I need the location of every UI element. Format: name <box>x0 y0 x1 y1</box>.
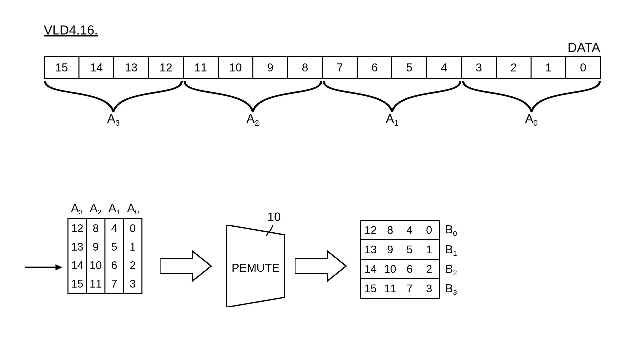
group-label: A2 <box>183 112 322 128</box>
flow: A3 A2 A1 A0 12 13 14 15 8 9 10 11 <box>25 201 525 314</box>
ma-cell: 4 <box>106 219 123 238</box>
matrix-b-cells: 13 9 5 1 <box>360 240 440 260</box>
matrix-a-header: A0 <box>124 201 142 218</box>
ma-cell: 6 <box>106 256 123 274</box>
strip-cell: 12 <box>149 57 184 78</box>
lead-arrow-icon <box>25 262 62 272</box>
data-strip-wrap: 15 14 13 12 11 10 9 8 7 6 5 4 3 2 1 0 A3… <box>44 56 601 113</box>
strip-cell: 3 <box>462 57 497 78</box>
matrix-b-row: 13 9 5 1 B1 <box>360 240 465 260</box>
ma-cell: 8 <box>87 219 104 238</box>
matrix-a-headers: A3 A2 A1 A0 <box>68 201 142 218</box>
matrix-a: A3 A2 A1 A0 12 13 14 15 8 9 10 11 <box>68 201 142 294</box>
strip-cell: 2 <box>497 57 532 78</box>
brace: A3 <box>44 80 183 113</box>
brace-row: A3 A2 A1 A0 <box>44 80 601 113</box>
strip-cell: 14 <box>80 57 114 78</box>
mb-cell: 3 <box>419 279 439 298</box>
strip-cell: 5 <box>392 57 427 78</box>
matrix-b-row: 15 11 7 3 B3 <box>360 279 465 299</box>
permute-label: PEMUTE <box>226 261 285 274</box>
strip-cell: 9 <box>254 57 288 78</box>
strip-cell: 0 <box>566 57 600 78</box>
strip-cell: 11 <box>184 57 219 78</box>
mb-cell: 10 <box>380 260 400 278</box>
strip-cell: 1 <box>532 57 566 78</box>
matrix-a-header: A1 <box>105 201 124 218</box>
mb-cell: 4 <box>400 221 419 239</box>
matrix-b-row-label: B0 <box>440 222 462 238</box>
strip-cell: 7 <box>323 57 358 78</box>
mb-cell: 1 <box>419 240 439 259</box>
matrix-a-body: 12 13 14 15 8 9 10 11 4 5 6 7 <box>68 218 142 294</box>
svg-marker-2 <box>160 251 211 281</box>
data-strip: 15 14 13 12 11 10 9 8 7 6 5 4 3 2 1 0 <box>44 56 601 79</box>
ma-cell: 13 <box>68 238 86 256</box>
mb-cell: 14 <box>361 260 380 278</box>
ma-cell: 10 <box>87 256 104 274</box>
instruction-title: VLD4.16. <box>44 22 98 38</box>
matrix-b-row-label: B3 <box>440 282 462 296</box>
ma-cell: 14 <box>68 256 86 274</box>
strip-cell: 8 <box>288 57 323 78</box>
ma-cell: 15 <box>68 274 86 293</box>
matrix-a-col: 4 5 6 7 <box>106 219 124 293</box>
mb-cell: 5 <box>400 240 419 259</box>
matrix-b-row-label: B1 <box>440 242 462 258</box>
svg-marker-4 <box>295 251 346 281</box>
ma-cell: 9 <box>87 238 104 256</box>
group-label: A1 <box>322 112 462 128</box>
matrix-b: 12 8 4 0 B0 13 9 5 1 B1 14 10 <box>360 220 465 299</box>
matrix-a-col: 0 1 2 3 <box>124 219 142 293</box>
group-label: A0 <box>462 112 601 128</box>
svg-marker-1 <box>56 264 62 270</box>
matrix-b-cells: 15 11 7 3 <box>360 279 440 299</box>
brace: A2 <box>183 80 322 113</box>
ma-cell: 7 <box>106 274 123 293</box>
matrix-a-col: 8 9 10 11 <box>87 219 106 293</box>
strip-cell: 6 <box>358 57 392 78</box>
ref-connector-icon <box>266 225 279 237</box>
group-label: A3 <box>44 112 183 128</box>
ma-cell: 0 <box>124 219 142 238</box>
matrix-a-header: A2 <box>86 201 105 218</box>
mb-cell: 11 <box>380 279 400 298</box>
mb-cell: 8 <box>380 221 400 239</box>
data-label: DATA <box>568 40 600 55</box>
ma-cell: 11 <box>87 274 104 293</box>
flow-arrow-icon <box>160 250 212 282</box>
ma-cell: 5 <box>106 238 123 256</box>
mb-cell: 12 <box>361 221 380 239</box>
diagram-page: VLD4.16. DATA 15 14 13 12 11 10 9 8 7 6 … <box>0 0 644 358</box>
mb-cell: 9 <box>380 240 400 259</box>
ma-cell: 1 <box>124 238 142 256</box>
matrix-b-cells: 12 8 4 0 <box>360 220 440 240</box>
mb-cell: 15 <box>361 279 380 298</box>
strip-cell: 10 <box>219 57 254 78</box>
strip-cell: 4 <box>427 57 462 78</box>
mb-cell: 0 <box>419 221 439 239</box>
ma-cell: 12 <box>68 219 86 238</box>
brace: A0 <box>462 80 601 113</box>
ma-cell: 2 <box>124 256 142 274</box>
matrix-b-row: 14 10 6 2 B2 <box>360 260 465 279</box>
matrix-a-col: 12 13 14 15 <box>68 219 87 293</box>
flow-arrow-icon <box>295 250 347 282</box>
matrix-b-cells: 14 10 6 2 <box>360 260 440 279</box>
mb-cell: 2 <box>419 260 439 278</box>
matrix-a-header: A3 <box>68 201 86 218</box>
strip-cell: 15 <box>45 57 80 78</box>
mb-cell: 7 <box>400 279 419 298</box>
mb-cell: 6 <box>400 260 419 278</box>
mb-cell: 13 <box>361 240 380 259</box>
brace: A1 <box>322 80 462 113</box>
ma-cell: 3 <box>124 274 142 293</box>
permute-block: 10 PEMUTE <box>226 225 285 307</box>
matrix-b-row-label: B2 <box>440 262 462 277</box>
matrix-b-row: 12 8 4 0 B0 <box>360 220 465 240</box>
strip-cell: 13 <box>114 57 149 78</box>
permute-ref: 10 <box>268 210 281 224</box>
